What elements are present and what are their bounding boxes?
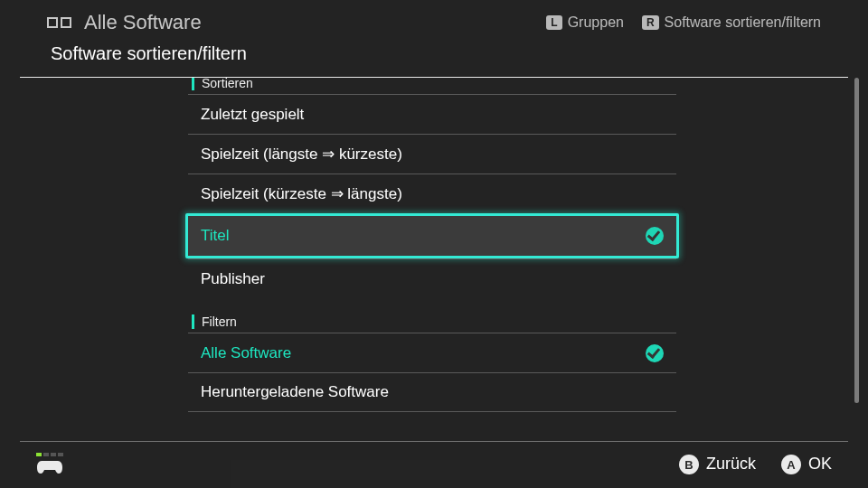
option-label: Heruntergeladene Software: [201, 383, 389, 401]
option-list: Sortieren Zuletzt gespielt Spielzeit (lä…: [188, 78, 676, 412]
option-label: Titel: [201, 227, 230, 245]
b-button-icon: B: [679, 455, 699, 474]
sort-option-longest[interactable]: Spielzeit (längste ⇒ kürzeste): [188, 134, 676, 174]
scrollbar-thumb[interactable]: [854, 78, 859, 403]
sort-filter-panel: Software sortieren/filtern Sortieren Zul…: [0, 29, 868, 488]
section-sort: Sortieren: [192, 78, 676, 90]
ok-button[interactable]: AOK: [781, 455, 832, 475]
option-label: Zuletzt gespielt: [201, 106, 304, 124]
sort-option-shortest[interactable]: Spielzeit (kürzeste ⇒ längste): [188, 174, 676, 213]
a-button-icon: A: [781, 455, 801, 474]
check-icon: [646, 227, 664, 245]
controller-icon: [36, 458, 63, 476]
footer-bar: BZurück AOK: [0, 441, 868, 488]
controller-indicator: [36, 453, 63, 476]
sort-option-recent[interactable]: Zuletzt gespielt: [188, 94, 676, 134]
check-icon: [646, 344, 664, 362]
section-filter: Filtern: [192, 314, 676, 329]
filter-option-all[interactable]: Alle Software: [188, 333, 676, 372]
option-label: Spielzeit (längste ⇒ kürzeste): [201, 145, 402, 164]
option-label: Alle Software: [201, 344, 291, 362]
sort-option-publisher[interactable]: Publisher: [188, 258, 676, 298]
option-label: Publisher: [201, 270, 265, 288]
option-label: Spielzeit (kürzeste ⇒ längste): [201, 184, 402, 203]
sort-option-title[interactable]: Titel: [185, 213, 679, 258]
back-button[interactable]: BZurück: [679, 455, 756, 475]
panel-title: Software sortieren/filtern: [0, 29, 868, 77]
filter-option-downloaded[interactable]: Heruntergeladene Software: [188, 372, 676, 412]
